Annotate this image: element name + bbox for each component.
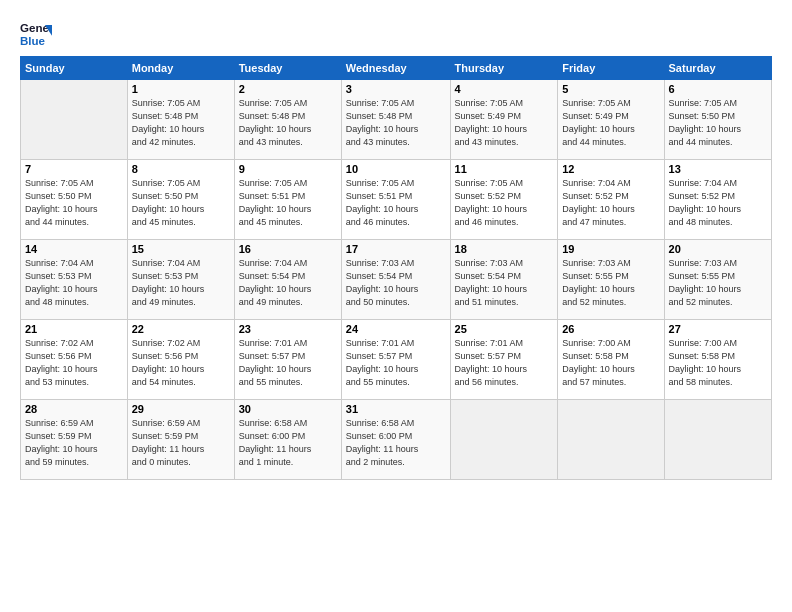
day-info: Sunrise: 7:04 AMSunset: 5:54 PMDaylight:… xyxy=(239,257,337,309)
day-info: Sunrise: 7:04 AMSunset: 5:53 PMDaylight:… xyxy=(132,257,230,309)
day-cell: 23Sunrise: 7:01 AMSunset: 5:57 PMDayligh… xyxy=(234,320,341,400)
day-number: 31 xyxy=(346,403,446,415)
day-number: 28 xyxy=(25,403,123,415)
day-cell: 12Sunrise: 7:04 AMSunset: 5:52 PMDayligh… xyxy=(558,160,664,240)
day-number: 20 xyxy=(669,243,767,255)
week-row-4: 21Sunrise: 7:02 AMSunset: 5:56 PMDayligh… xyxy=(21,320,772,400)
day-info: Sunrise: 7:02 AMSunset: 5:56 PMDaylight:… xyxy=(25,337,123,389)
day-info: Sunrise: 6:59 AMSunset: 5:59 PMDaylight:… xyxy=(25,417,123,469)
day-cell: 27Sunrise: 7:00 AMSunset: 5:58 PMDayligh… xyxy=(664,320,771,400)
day-info: Sunrise: 7:04 AMSunset: 5:52 PMDaylight:… xyxy=(669,177,767,229)
day-cell: 11Sunrise: 7:05 AMSunset: 5:52 PMDayligh… xyxy=(450,160,558,240)
day-info: Sunrise: 7:05 AMSunset: 5:50 PMDaylight:… xyxy=(669,97,767,149)
day-info: Sunrise: 7:05 AMSunset: 5:50 PMDaylight:… xyxy=(132,177,230,229)
day-info: Sunrise: 7:05 AMSunset: 5:48 PMDaylight:… xyxy=(346,97,446,149)
day-info: Sunrise: 7:04 AMSunset: 5:52 PMDaylight:… xyxy=(562,177,659,229)
day-number: 5 xyxy=(562,83,659,95)
header-row: SundayMondayTuesdayWednesdayThursdayFrid… xyxy=(21,57,772,80)
header-cell-monday: Monday xyxy=(127,57,234,80)
day-cell: 9Sunrise: 7:05 AMSunset: 5:51 PMDaylight… xyxy=(234,160,341,240)
day-cell: 7Sunrise: 7:05 AMSunset: 5:50 PMDaylight… xyxy=(21,160,128,240)
day-info: Sunrise: 7:01 AMSunset: 5:57 PMDaylight:… xyxy=(346,337,446,389)
day-cell: 29Sunrise: 6:59 AMSunset: 5:59 PMDayligh… xyxy=(127,400,234,480)
day-cell: 31Sunrise: 6:58 AMSunset: 6:00 PMDayligh… xyxy=(341,400,450,480)
day-number: 3 xyxy=(346,83,446,95)
day-number: 24 xyxy=(346,323,446,335)
day-info: Sunrise: 7:05 AMSunset: 5:49 PMDaylight:… xyxy=(455,97,554,149)
day-cell: 6Sunrise: 7:05 AMSunset: 5:50 PMDaylight… xyxy=(664,80,771,160)
day-cell: 5Sunrise: 7:05 AMSunset: 5:49 PMDaylight… xyxy=(558,80,664,160)
header-cell-tuesday: Tuesday xyxy=(234,57,341,80)
day-info: Sunrise: 6:58 AMSunset: 6:00 PMDaylight:… xyxy=(239,417,337,469)
header-cell-sunday: Sunday xyxy=(21,57,128,80)
day-cell: 13Sunrise: 7:04 AMSunset: 5:52 PMDayligh… xyxy=(664,160,771,240)
day-info: Sunrise: 7:03 AMSunset: 5:54 PMDaylight:… xyxy=(346,257,446,309)
logo: General Blue xyxy=(20,18,52,50)
day-cell xyxy=(664,400,771,480)
day-number: 7 xyxy=(25,163,123,175)
day-number: 19 xyxy=(562,243,659,255)
day-number: 22 xyxy=(132,323,230,335)
day-number: 2 xyxy=(239,83,337,95)
day-cell: 2Sunrise: 7:05 AMSunset: 5:48 PMDaylight… xyxy=(234,80,341,160)
day-info: Sunrise: 7:05 AMSunset: 5:48 PMDaylight:… xyxy=(239,97,337,149)
header-cell-wednesday: Wednesday xyxy=(341,57,450,80)
day-cell: 25Sunrise: 7:01 AMSunset: 5:57 PMDayligh… xyxy=(450,320,558,400)
day-info: Sunrise: 7:05 AMSunset: 5:52 PMDaylight:… xyxy=(455,177,554,229)
day-cell: 28Sunrise: 6:59 AMSunset: 5:59 PMDayligh… xyxy=(21,400,128,480)
day-info: Sunrise: 7:04 AMSunset: 5:53 PMDaylight:… xyxy=(25,257,123,309)
calendar-table: SundayMondayTuesdayWednesdayThursdayFrid… xyxy=(20,56,772,480)
day-cell: 24Sunrise: 7:01 AMSunset: 5:57 PMDayligh… xyxy=(341,320,450,400)
day-cell: 20Sunrise: 7:03 AMSunset: 5:55 PMDayligh… xyxy=(664,240,771,320)
week-row-3: 14Sunrise: 7:04 AMSunset: 5:53 PMDayligh… xyxy=(21,240,772,320)
day-info: Sunrise: 7:05 AMSunset: 5:50 PMDaylight:… xyxy=(25,177,123,229)
day-number: 17 xyxy=(346,243,446,255)
day-number: 21 xyxy=(25,323,123,335)
day-number: 14 xyxy=(25,243,123,255)
day-info: Sunrise: 7:05 AMSunset: 5:49 PMDaylight:… xyxy=(562,97,659,149)
day-info: Sunrise: 7:01 AMSunset: 5:57 PMDaylight:… xyxy=(239,337,337,389)
logo-icon: General Blue xyxy=(20,18,52,50)
day-number: 27 xyxy=(669,323,767,335)
day-cell: 8Sunrise: 7:05 AMSunset: 5:50 PMDaylight… xyxy=(127,160,234,240)
day-cell: 30Sunrise: 6:58 AMSunset: 6:00 PMDayligh… xyxy=(234,400,341,480)
day-info: Sunrise: 7:05 AMSunset: 5:48 PMDaylight:… xyxy=(132,97,230,149)
day-cell: 10Sunrise: 7:05 AMSunset: 5:51 PMDayligh… xyxy=(341,160,450,240)
day-cell: 15Sunrise: 7:04 AMSunset: 5:53 PMDayligh… xyxy=(127,240,234,320)
day-cell: 1Sunrise: 7:05 AMSunset: 5:48 PMDaylight… xyxy=(127,80,234,160)
day-number: 15 xyxy=(132,243,230,255)
day-number: 6 xyxy=(669,83,767,95)
calendar-page: General Blue SundayMondayTuesdayWednesda… xyxy=(0,0,792,490)
day-cell: 17Sunrise: 7:03 AMSunset: 5:54 PMDayligh… xyxy=(341,240,450,320)
day-info: Sunrise: 7:00 AMSunset: 5:58 PMDaylight:… xyxy=(562,337,659,389)
day-info: Sunrise: 7:05 AMSunset: 5:51 PMDaylight:… xyxy=(239,177,337,229)
day-info: Sunrise: 6:58 AMSunset: 6:00 PMDaylight:… xyxy=(346,417,446,469)
day-cell xyxy=(450,400,558,480)
day-number: 8 xyxy=(132,163,230,175)
day-number: 9 xyxy=(239,163,337,175)
day-number: 23 xyxy=(239,323,337,335)
day-number: 10 xyxy=(346,163,446,175)
day-cell: 16Sunrise: 7:04 AMSunset: 5:54 PMDayligh… xyxy=(234,240,341,320)
week-row-1: 1Sunrise: 7:05 AMSunset: 5:48 PMDaylight… xyxy=(21,80,772,160)
week-row-2: 7Sunrise: 7:05 AMSunset: 5:50 PMDaylight… xyxy=(21,160,772,240)
day-number: 29 xyxy=(132,403,230,415)
day-info: Sunrise: 7:00 AMSunset: 5:58 PMDaylight:… xyxy=(669,337,767,389)
day-cell xyxy=(558,400,664,480)
day-info: Sunrise: 7:03 AMSunset: 5:55 PMDaylight:… xyxy=(562,257,659,309)
day-cell: 26Sunrise: 7:00 AMSunset: 5:58 PMDayligh… xyxy=(558,320,664,400)
header-cell-thursday: Thursday xyxy=(450,57,558,80)
day-cell: 4Sunrise: 7:05 AMSunset: 5:49 PMDaylight… xyxy=(450,80,558,160)
day-number: 4 xyxy=(455,83,554,95)
day-number: 16 xyxy=(239,243,337,255)
day-number: 13 xyxy=(669,163,767,175)
day-cell xyxy=(21,80,128,160)
day-cell: 14Sunrise: 7:04 AMSunset: 5:53 PMDayligh… xyxy=(21,240,128,320)
day-cell: 18Sunrise: 7:03 AMSunset: 5:54 PMDayligh… xyxy=(450,240,558,320)
day-cell: 22Sunrise: 7:02 AMSunset: 5:56 PMDayligh… xyxy=(127,320,234,400)
day-cell: 3Sunrise: 7:05 AMSunset: 5:48 PMDaylight… xyxy=(341,80,450,160)
day-cell: 21Sunrise: 7:02 AMSunset: 5:56 PMDayligh… xyxy=(21,320,128,400)
day-info: Sunrise: 7:02 AMSunset: 5:56 PMDaylight:… xyxy=(132,337,230,389)
header: General Blue xyxy=(20,18,772,50)
day-info: Sunrise: 7:05 AMSunset: 5:51 PMDaylight:… xyxy=(346,177,446,229)
